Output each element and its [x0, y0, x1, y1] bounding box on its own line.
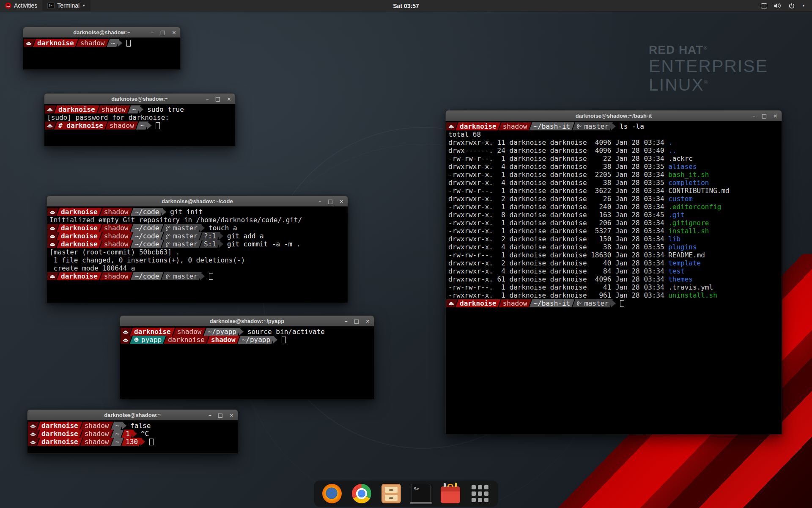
- minimize-button[interactable]: –: [345, 318, 348, 324]
- ls-row-columns: drwxrwxr-x. 4 darknoise darknoise 38 Jan…: [446, 179, 668, 187]
- dock-item-terminal[interactable]: $>: [411, 484, 431, 503]
- prompt-segment-u2: shadow: [97, 105, 130, 113]
- prompt-segment-text: darknoise: [460, 122, 497, 130]
- prompt-segment-hat: [28, 430, 39, 438]
- prompt-segment-text: master: [584, 299, 609, 307]
- window-titlebar[interactable]: darknoise@shadow:~–□×: [44, 93, 236, 104]
- output-text: [master (root-commit) 50bcb63] .: [47, 248, 180, 256]
- minimize-button[interactable]: –: [208, 412, 211, 418]
- close-button[interactable]: ×: [229, 412, 234, 418]
- prompt-segment-exit: 1: [121, 430, 134, 438]
- prompt-segment-u1: darknoise: [37, 422, 82, 430]
- close-button[interactable]: ×: [339, 199, 344, 204]
- window-titlebar[interactable]: darknoise@shadow:~/code–□×: [47, 196, 348, 207]
- prompt-arrow-icon: [219, 240, 223, 248]
- system-status-area[interactable]: ▼: [757, 0, 809, 11]
- close-button[interactable]: ×: [773, 113, 778, 119]
- terminal-icon: $>: [47, 3, 55, 9]
- activities-button[interactable]: Activities: [0, 0, 42, 11]
- close-button[interactable]: ×: [365, 318, 370, 324]
- maximize-button[interactable]: □: [160, 30, 165, 35]
- close-button[interactable]: ×: [172, 30, 176, 35]
- app-grid-dot: [484, 498, 488, 502]
- window-titlebar[interactable]: darknoise@shadow:~–□×: [27, 409, 238, 420]
- drawer-top: [385, 487, 398, 493]
- dock-item-files[interactable]: [381, 484, 401, 503]
- terminal-content[interactable]: darknoiseshadow~falsedarknoiseshadow~1^C…: [27, 420, 238, 454]
- git-branch-icon: [576, 124, 582, 130]
- maximize-button[interactable]: □: [354, 318, 359, 324]
- prompt-segment-path: ~: [128, 105, 141, 113]
- terminal-line: darknoiseshadow~/codemasterS:1git commit…: [47, 240, 348, 248]
- prompt-arrow-icon: [132, 430, 137, 438]
- close-button[interactable]: ×: [227, 96, 231, 102]
- prompt-segment-u2: shadow: [100, 240, 133, 248]
- prompt-segment-text: shadow: [104, 240, 129, 248]
- window-title: darknoise@shadow:~/pyapp: [210, 318, 284, 324]
- window-titlebar[interactable]: darknoise@shadow:~–□×: [23, 27, 181, 38]
- terminal-content[interactable]: darknoiseshadow~/bash-itmasterls -latota…: [445, 121, 782, 434]
- window-titlebar[interactable]: darknoise@shadow:~/pyapp–□×: [120, 315, 374, 326]
- ls-row-columns: -rw-rw-r--. 1 darknoise darknoise 3622 J…: [446, 187, 668, 195]
- prompt-segment-path: ~/code: [131, 232, 164, 240]
- command-text: sudo true: [143, 105, 184, 113]
- dock-item-firefox[interactable]: [322, 484, 342, 503]
- minimize-button[interactable]: –: [752, 113, 755, 119]
- dock-item-chrome[interactable]: [352, 484, 371, 503]
- prompt-segment-text: shadow: [503, 122, 527, 130]
- ls-row-columns: drwxrwxr-x. 2 darknoise darknoise 26 Jan…: [446, 195, 668, 203]
- terminal-line: total 68: [446, 130, 782, 138]
- window-buttons: –□×: [208, 410, 234, 420]
- minimize-button[interactable]: –: [151, 30, 154, 35]
- prompt-segment-text: darknoise: [41, 422, 78, 430]
- dock-item-app-grid[interactable]: [470, 484, 490, 503]
- prompt-arrow-icon: [162, 208, 166, 216]
- prompt-segment-text: shadow: [104, 208, 129, 216]
- maximize-button[interactable]: □: [328, 199, 333, 204]
- maximize-button[interactable]: □: [215, 96, 220, 102]
- terminal-content[interactable]: darknoiseshadow~: [23, 38, 181, 70]
- terminal-line: drwxrwxr-x. 2 darknoise darknoise 26 Jan…: [446, 195, 782, 203]
- prompt-segment-text: darknoise: [61, 224, 98, 232]
- prompt-segment-text: darknoise: [61, 272, 98, 280]
- terminal-line: drwxrwxr-x. 2 darknoise darknoise 40 Jan…: [446, 259, 782, 267]
- dock-item-toolbox[interactable]: [441, 484, 460, 503]
- maximize-button[interactable]: □: [762, 113, 767, 119]
- terminal-content[interactable]: darknoiseshadow~/codegit initInitialized…: [47, 207, 348, 303]
- terminal-line: -rw-rw-r--. 1 darknoise darknoise 3622 J…: [446, 187, 782, 195]
- terminal-line: drwxrwxr-x. 8 darknoise darknoise 163 Ja…: [446, 211, 782, 219]
- terminal-content[interactable]: darknoiseshadow~sudo true[sudo] password…: [44, 104, 236, 146]
- command-text: git add a: [223, 232, 264, 240]
- terminal-window-term2: darknoise@shadow:~–□×darknoiseshadow~sud…: [44, 93, 236, 146]
- app-menu-terminal[interactable]: $> Terminal ▼: [42, 0, 91, 11]
- prompt-segment-text: shadow: [102, 105, 126, 113]
- file-name: custom: [668, 195, 693, 203]
- ls-row-columns: -rw-rw-r--. 1 darknoise darknoise 18630 …: [446, 251, 668, 259]
- prompt-segment-text: darknoise: [58, 105, 95, 113]
- prompt-segment-text: shadow: [104, 272, 129, 280]
- prompt-segment-hat: [45, 121, 56, 130]
- terminal-line: pyappdarknoiseshadow~/pyapp: [121, 336, 374, 344]
- command-text: ^C: [137, 430, 149, 438]
- app-grid-dot: [478, 491, 482, 496]
- minimize-button[interactable]: –: [206, 96, 209, 102]
- ls-row-columns: drwxrwxr-x. 4 darknoise darknoise 84 Jan…: [446, 267, 668, 275]
- prompt-segment-text: shadow: [85, 438, 109, 446]
- ls-row-columns: -rwxrwxr-x. 1 darknoise darknoise 5327 J…: [446, 227, 668, 235]
- firefox-icon: [322, 484, 342, 503]
- maximize-button[interactable]: □: [218, 412, 223, 418]
- prompt-segment-text: shadow: [85, 422, 109, 430]
- terminal-line: darknoiseshadow~false: [28, 422, 238, 430]
- window-titlebar[interactable]: darknoise@shadow:~/bash-it–□×: [445, 110, 782, 121]
- prompt-segment-text: darknoise: [41, 438, 78, 446]
- terminal-cursor: [156, 122, 160, 129]
- ls-row-columns: drwxrwxr-x. 8 darknoise darknoise 163 Ja…: [446, 211, 668, 219]
- terminal-content[interactable]: darknoiseshadow~/pyappsource bin/activat…: [120, 326, 374, 399]
- toolbox-icon: [441, 486, 460, 503]
- prompt-segment-hat: [121, 336, 132, 344]
- minimize-button[interactable]: –: [318, 199, 321, 204]
- clock[interactable]: Sat 03:57: [389, 0, 423, 11]
- window-buttons: –□×: [318, 196, 344, 206]
- terminal-line: [sudo] password for darknoise:: [45, 113, 235, 121]
- prompt-arrow-icon: [219, 232, 223, 240]
